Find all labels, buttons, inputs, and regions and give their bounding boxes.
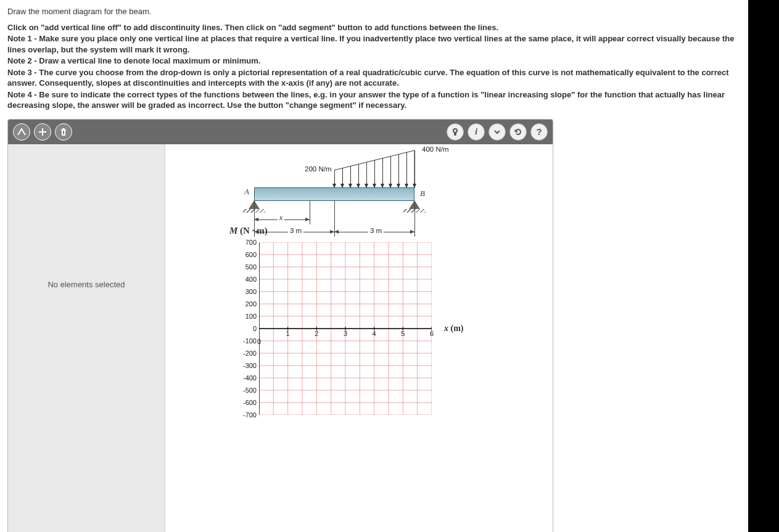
instructions-block: Draw the moment diagram for the beam. Cl… (0, 0, 748, 119)
hint-button[interactable] (447, 123, 464, 141)
xtick-5: 5 (401, 330, 405, 337)
add-segment-button[interactable] (34, 123, 51, 141)
diagram-editor: i ? No elements selected (7, 119, 553, 532)
ytick-600: 600 (233, 251, 257, 258)
label-b: B (420, 189, 425, 198)
instruction-note2: Note 2 - Draw a vertical line to denote … (7, 55, 741, 67)
help-button[interactable]: ? (530, 123, 548, 141)
moment-graph[interactable]: M (N · m) (229, 226, 476, 415)
ytick-n200: -200 (233, 350, 257, 357)
load-label-right: 400 N/m (422, 145, 448, 153)
xtick-6: 6 (430, 330, 434, 337)
selection-panel: No elements selected (8, 144, 165, 532)
xtick-0: 0 (257, 338, 261, 345)
ytick-n600: -600 (233, 399, 257, 406)
dropdown-button[interactable] (488, 123, 506, 141)
beam-body (254, 187, 414, 201)
ytick-n500: -500 (233, 387, 257, 394)
ytick-100: 100 (233, 313, 257, 320)
canvas-area[interactable]: 200 N/m 400 N/m A B x (165, 144, 553, 532)
instruction-note4: Note 4 - Be sure to indicate the correct… (7, 89, 741, 111)
instruction-title: Draw the moment diagram for the beam. (7, 6, 741, 17)
ytick-300: 300 (233, 288, 257, 295)
ytick-400: 400 (233, 276, 257, 283)
instruction-note3: Note 3 - The curve you choose from the d… (7, 67, 741, 89)
beam-figure: 200 N/m 400 N/m A B x (254, 187, 464, 201)
instruction-note1: Note 1 - Make sure you place only one ve… (7, 33, 741, 55)
xtick-3: 3 (344, 330, 347, 337)
ytick-700: 700 (233, 239, 257, 246)
editor-toolbar: i ? (8, 120, 553, 144)
xtick-4: 4 (373, 330, 376, 337)
xtick-2: 2 (315, 330, 318, 337)
ytick-n300: -300 (233, 362, 257, 369)
ytick-500: 500 (233, 263, 257, 271)
graph-xlabel: x (m) (444, 324, 464, 334)
reset-button[interactable] (509, 123, 527, 141)
right-gutter (748, 0, 779, 532)
ytick-200: 200 (233, 300, 257, 308)
ytick-n700: -700 (233, 411, 257, 419)
xtick-1: 1 (286, 330, 290, 337)
graph-grid[interactable] (259, 242, 432, 415)
info-button[interactable]: i (468, 123, 485, 141)
ytick-n100: -100 (233, 337, 257, 345)
label-a: A (244, 187, 249, 197)
load-label-left: 200 N/m (305, 165, 331, 173)
ytick-0: 0 (233, 325, 257, 332)
delete-button[interactable] (55, 123, 72, 141)
instruction-line1: Click on "add vertical line off" to add … (7, 22, 741, 33)
add-vertical-line-button[interactable] (13, 123, 30, 141)
graph-ylabel: M (N · m) (229, 226, 476, 236)
no-selection-text: No elements selected (47, 280, 125, 289)
ytick-n400: -400 (233, 374, 257, 382)
svg-point-0 (453, 129, 457, 133)
dim-x-label: x (278, 214, 284, 221)
